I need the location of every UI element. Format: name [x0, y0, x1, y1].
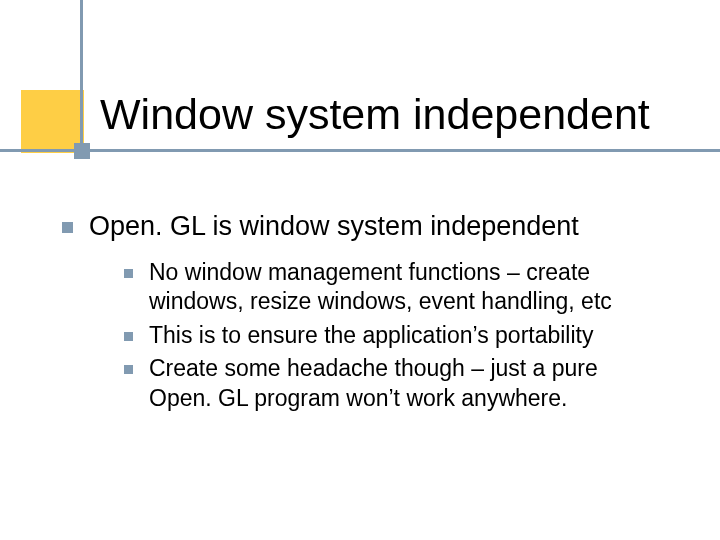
list-item: Create some headache though – just a pur…	[124, 354, 664, 413]
square-bullet-icon	[124, 269, 133, 278]
accent-horizontal-bar	[0, 149, 720, 152]
accent-square-small	[74, 143, 90, 159]
list-item-text: No window management functions – create …	[149, 258, 664, 317]
square-bullet-icon	[62, 222, 73, 233]
list-item-text: Create some headache though – just a pur…	[149, 354, 664, 413]
sub-list: No window management functions – create …	[124, 258, 664, 413]
list-item: Open. GL is window system independent	[62, 210, 662, 244]
accent-vertical-bar	[80, 0, 83, 158]
list-item: This is to ensure the application’s port…	[124, 321, 664, 350]
slide-body: Open. GL is window system independent No…	[62, 210, 662, 417]
list-item: No window management functions – create …	[124, 258, 664, 317]
square-bullet-icon	[124, 365, 133, 374]
list-item-text: This is to ensure the application’s port…	[149, 321, 593, 350]
slide-title: Window system independent	[100, 90, 650, 139]
square-bullet-icon	[124, 332, 133, 341]
list-item-text: Open. GL is window system independent	[89, 210, 579, 244]
